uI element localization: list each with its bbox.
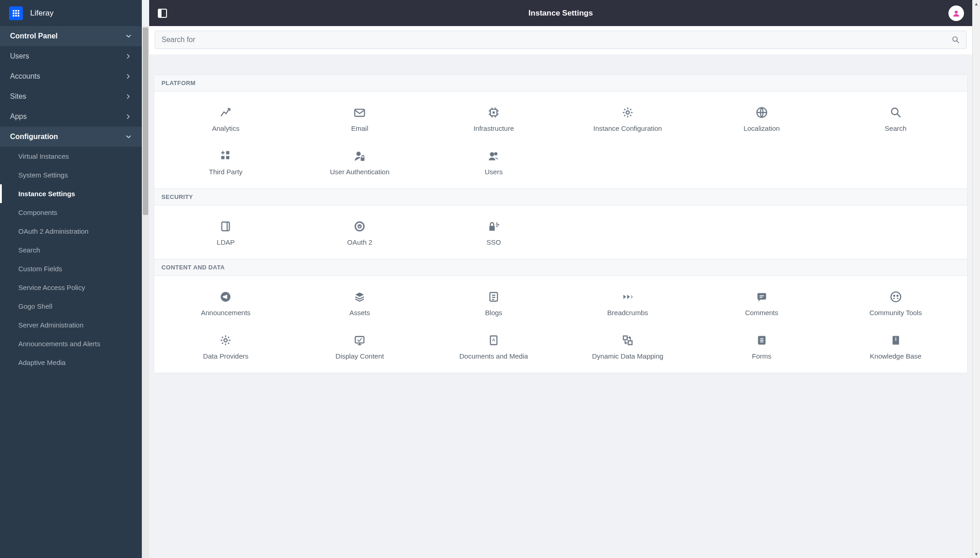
book-icon (219, 220, 232, 233)
gear-icon (621, 106, 634, 119)
community-icon (889, 290, 902, 303)
nav-group-apps[interactable]: Apps (0, 107, 142, 127)
topbar: Instance Settings (149, 0, 972, 26)
settings-card-search[interactable]: Search (829, 102, 963, 137)
section-body: AnnouncementsAssetsBlogsBreadcrumbsComme… (154, 276, 967, 373)
nav-group-users[interactable]: Users (0, 46, 142, 66)
breadcrumb-icon (621, 290, 634, 303)
card-label: Localization (743, 124, 780, 132)
settings-card-announcements[interactable]: Announcements (159, 286, 293, 321)
nav-item-server-administration[interactable]: Server Administration (0, 316, 142, 334)
settings-card-knowledge-base[interactable]: Knowledge Base (829, 329, 963, 365)
card-label: Blogs (485, 309, 502, 317)
settings-card-assets[interactable]: Assets (293, 286, 427, 321)
settings-card-users[interactable]: Users (427, 145, 561, 180)
nav-item-system-settings[interactable]: System Settings (0, 166, 142, 184)
nav-group-sites[interactable]: Sites (0, 86, 142, 107)
settings-card-third-party[interactable]: Third Party (159, 145, 293, 180)
settings-card-blogs[interactable]: Blogs (427, 286, 561, 321)
brand-name[interactable]: Liferay (30, 9, 54, 18)
monitor-icon (353, 334, 366, 347)
nav-group-control-panel[interactable]: Control Panel (0, 26, 142, 46)
settings-card-data-providers[interactable]: Data Providers (159, 329, 293, 365)
search-icon (889, 106, 902, 119)
settings-card-sso[interactable]: SSO (427, 215, 561, 251)
settings-card-comments[interactable]: Comments (695, 286, 829, 321)
card-label: User Authentication (330, 168, 389, 176)
gear-icon (219, 334, 232, 347)
bullhorn-icon (219, 290, 232, 303)
doc-icon (487, 334, 500, 347)
card-label: Dynamic Data Mapping (592, 352, 663, 360)
window-scrollbar[interactable]: ▲ ▼ (972, 0, 980, 558)
form-icon (755, 334, 768, 347)
nav-item-instance-settings[interactable]: Instance Settings (0, 184, 142, 203)
chip-icon (487, 106, 500, 119)
card-label: Announcements (201, 309, 250, 317)
card-label: LDAP (217, 238, 235, 246)
ddm-icon (621, 334, 634, 347)
chevron-down-icon (125, 134, 132, 140)
nav-group-accounts[interactable]: Accounts (0, 66, 142, 86)
card-label: Community Tools (869, 309, 922, 317)
scroll-up-arrow[interactable]: ▲ (973, 0, 980, 8)
nav-group-label: Sites (10, 92, 27, 101)
chevron-down-icon (125, 33, 132, 39)
brand-logo[interactable] (9, 6, 23, 20)
nav-item-service-access-policy[interactable]: Service Access Policy (0, 278, 142, 297)
section-security: SECURITYLDAPOAuth 2SSO (154, 189, 968, 259)
nav-item-components[interactable]: Components (0, 203, 142, 222)
nav-group-label: Configuration (10, 133, 58, 141)
settings-card-user-authentication[interactable]: User Authentication (293, 145, 427, 180)
settings-card-infrastructure[interactable]: Infrastructure (427, 102, 561, 137)
search-input[interactable] (162, 36, 952, 44)
section-header: CONTENT AND DATA (154, 259, 967, 276)
card-label: Breadcrumbs (607, 309, 648, 317)
page-title: Instance Settings (528, 9, 593, 18)
settings-card-analytics[interactable]: Analytics (159, 102, 293, 137)
settings-card-instance-configuration[interactable]: Instance Configuration (561, 102, 695, 137)
nav-item-virtual-instances[interactable]: Virtual Instances (0, 147, 142, 166)
search-icon[interactable] (952, 36, 960, 44)
settings-card-ldap[interactable]: LDAP (159, 215, 293, 251)
stack-icon (353, 290, 366, 303)
page-icon (487, 290, 500, 303)
sidebar-toggle-icon[interactable] (157, 8, 167, 18)
sidebar-scrollbar[interactable] (142, 26, 149, 558)
scroll-down-arrow[interactable]: ▼ (973, 550, 980, 558)
settings-card-breadcrumbs[interactable]: Breadcrumbs (561, 286, 695, 321)
chevron-right-icon (125, 93, 132, 100)
settings-card-oauth-2[interactable]: OAuth 2 (293, 215, 427, 251)
user-avatar[interactable] (948, 5, 964, 21)
card-label: Knowledge Base (870, 352, 921, 360)
sidebar-nav: Control PanelUsersAccountsSitesAppsConfi… (0, 26, 142, 558)
sidebar-header: Liferay (0, 0, 142, 26)
card-label: Comments (745, 309, 778, 317)
settings-card-community-tools[interactable]: Community Tools (829, 286, 963, 321)
nav-item-adaptive-media[interactable]: Adaptive Media (0, 353, 142, 372)
nav-group-label: Accounts (10, 72, 40, 80)
nav-item-announcements-and-alerts[interactable]: Announcements and Alerts (0, 334, 142, 353)
nav-item-search[interactable]: Search (0, 241, 142, 259)
grid-plus-icon (219, 150, 232, 162)
settings-card-email[interactable]: Email (293, 102, 427, 137)
nav-item-custom-fields[interactable]: Custom Fields (0, 259, 142, 278)
nav-item-gogo-shell[interactable]: Gogo Shell (0, 297, 142, 316)
nav-group-configuration[interactable]: Configuration (0, 127, 142, 147)
settings-card-documents-and-media[interactable]: Documents and Media (427, 329, 561, 365)
settings-card-localization[interactable]: Localization (695, 102, 829, 137)
settings-card-display-content[interactable]: Display Content (293, 329, 427, 365)
globe-icon (755, 106, 768, 119)
chevron-right-icon (125, 73, 132, 80)
settings-card-forms[interactable]: Forms (695, 329, 829, 365)
main: Instance Settings PLATFORMAnalyticsEmail… (149, 0, 972, 558)
card-label: Search (885, 124, 907, 132)
nav-item-oauth-2-administration[interactable]: OAuth 2 Administration (0, 222, 142, 241)
sso-icon (487, 220, 500, 233)
card-label: Infrastructure (474, 124, 514, 132)
chat-icon (755, 290, 768, 303)
nav-group-label: Control Panel (10, 32, 58, 40)
section-platform: PLATFORMAnalyticsEmailInfrastructureInst… (154, 75, 968, 189)
kb-icon (889, 334, 902, 347)
settings-card-dynamic-data-mapping[interactable]: Dynamic Data Mapping (561, 329, 695, 365)
